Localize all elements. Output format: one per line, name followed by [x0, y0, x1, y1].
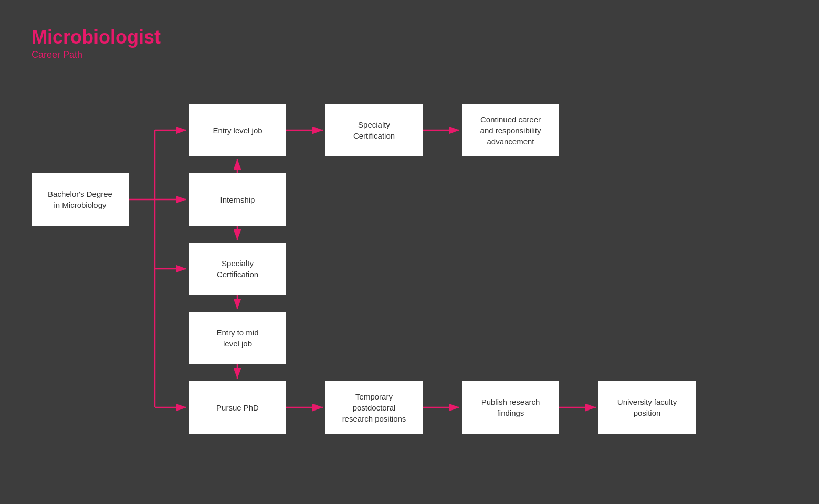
box-label-university-faculty: University faculty position	[617, 396, 677, 418]
box-university-faculty: University faculty position	[598, 381, 696, 434]
box-entry-level-job: Entry level job	[189, 104, 286, 156]
box-label-bachelors: Bachelor's Degree in Microbiology	[48, 188, 112, 211]
box-label-entry-level-job: Entry level job	[213, 125, 262, 136]
box-label-specialty-cert-2: Specialty Certification	[353, 119, 395, 141]
box-publish-research: Publish research findings	[462, 381, 559, 434]
box-specialty-cert-2: Specialty Certification	[326, 104, 423, 156]
box-specialty-cert-1: Specialty Certification	[189, 243, 286, 295]
box-label-continued-career: Continued career and responsibility adva…	[480, 114, 541, 147]
box-label-pursue-phd: Pursue PhD	[216, 402, 259, 413]
box-pursue-phd: Pursue PhD	[189, 381, 286, 434]
box-label-temp-postdoc: Temporary postdoctoral research position…	[342, 391, 406, 424]
box-label-internship: Internship	[220, 194, 255, 205]
box-label-publish-research: Publish research findings	[481, 396, 540, 418]
box-entry-mid-job: Entry to mid level job	[189, 312, 286, 364]
box-label-entry-mid-job: Entry to mid level job	[216, 327, 258, 349]
box-bachelors: Bachelor's Degree in Microbiology	[32, 173, 129, 226]
flowchart: Bachelor's Degree in MicrobiologyEntry l…	[0, 0, 819, 504]
box-continued-career: Continued career and responsibility adva…	[462, 104, 559, 156]
box-temp-postdoc: Temporary postdoctoral research position…	[326, 381, 423, 434]
box-label-specialty-cert-1: Specialty Certification	[217, 258, 258, 280]
box-internship: Internship	[189, 173, 286, 226]
